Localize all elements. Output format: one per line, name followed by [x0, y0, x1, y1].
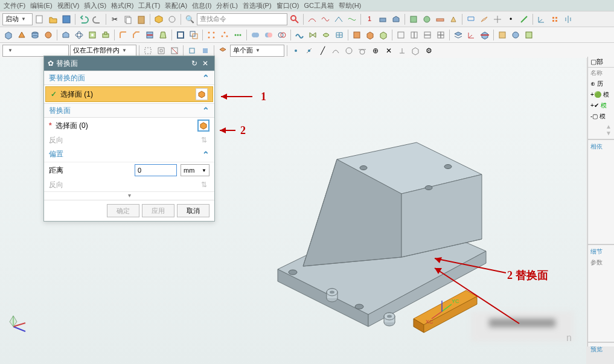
snap-face-icon[interactable] [409, 45, 421, 57]
cut-icon[interactable]: ✂ [109, 13, 121, 25]
menu-help[interactable]: 帮助(H) [339, 1, 361, 10]
select-face-to-replace-row[interactable]: ✓ 选择面 (1) [45, 86, 213, 102]
search-go-icon[interactable] [289, 13, 301, 25]
tree-history-item[interactable]: ⊕ 历 [588, 78, 614, 89]
dialog-reset-icon[interactable]: ↻ [189, 58, 200, 69]
num-icon[interactable]: 1 [363, 13, 376, 25]
intersect-icon[interactable] [276, 29, 288, 41]
array1-icon[interactable] [205, 29, 217, 41]
view3-icon[interactable] [421, 29, 433, 41]
new-icon[interactable] [34, 13, 46, 25]
sel3-icon[interactable] [168, 45, 181, 57]
menu-file[interactable]: 文件(F) [4, 1, 25, 10]
collapse-icon[interactable]: ⌃ [202, 73, 209, 83]
scope-dropdown[interactable]: 仅在工作部件内▼ [70, 45, 136, 57]
snap-conf-icon[interactable]: ⚙ [423, 45, 435, 57]
prim-sphere-icon[interactable] [42, 29, 54, 41]
plane1-icon[interactable] [465, 13, 477, 25]
boss-icon[interactable] [100, 29, 112, 41]
face-select-icon[interactable] [197, 120, 209, 132]
chamfer-icon[interactable] [130, 29, 142, 41]
menu-assembly[interactable]: 装配(A) [165, 1, 187, 10]
open-icon[interactable] [47, 13, 59, 25]
view1-icon[interactable] [395, 29, 407, 41]
menu-info[interactable]: 信息(I) [192, 1, 211, 10]
section-dependency[interactable]: 相依 [588, 141, 614, 152]
mirror-icon[interactable] [562, 13, 574, 25]
shell-icon[interactable] [174, 29, 187, 41]
curve3-icon[interactable] [333, 13, 345, 25]
body2-icon[interactable] [421, 13, 433, 25]
sel2-icon[interactable] [155, 45, 167, 57]
feature1-icon[interactable] [377, 13, 389, 25]
plane2-icon[interactable] [478, 13, 490, 25]
menu-insert[interactable]: 插入(S) [84, 1, 106, 10]
revolve-icon[interactable] [73, 29, 85, 41]
section-faces-to-replace[interactable]: 要替换的面 ⌃ [44, 71, 214, 85]
point-icon[interactable]: • [505, 13, 517, 25]
scrollbar-placeholder[interactable]: ▲▼ [588, 122, 614, 138]
draft-icon[interactable] [157, 29, 169, 41]
section-replacement-face[interactable]: 替换面 ⌃ [44, 103, 214, 118]
menu-gctoolbox[interactable]: GC工具箱 [304, 1, 334, 10]
snap-mid-icon[interactable] [303, 45, 315, 57]
select-replacement-face-row[interactable]: * 选择面 (0) [44, 118, 214, 133]
layer-icon[interactable] [452, 29, 464, 41]
snap-quad-icon[interactable]: ⊕ [369, 45, 382, 57]
ext1-icon[interactable] [496, 29, 508, 41]
view2-icon[interactable] [408, 29, 420, 41]
touch-icon[interactable] [166, 13, 178, 25]
filter2-icon[interactable] [199, 45, 211, 57]
section-preview[interactable]: 预览 [588, 344, 614, 355]
snap-arc-icon[interactable] [330, 45, 342, 57]
menu-edit[interactable]: 编辑(E) [30, 1, 53, 10]
pattern-icon[interactable] [549, 13, 561, 25]
face-rule-dropdown[interactable]: 单个面▼ [230, 45, 284, 57]
launch-dropdown[interactable]: 启动▼ [2, 13, 33, 25]
curve2-icon[interactable] [319, 13, 331, 25]
cube-icon[interactable] [153, 13, 165, 25]
plane3-icon[interactable] [491, 13, 504, 25]
surf1-icon[interactable] [293, 29, 305, 41]
sync2-icon[interactable] [364, 29, 376, 41]
snap-end-icon[interactable] [290, 45, 302, 57]
face-select-icon[interactable] [196, 88, 208, 100]
distance-input[interactable] [135, 164, 177, 176]
prim-cyl-icon[interactable] [29, 29, 41, 41]
ext2-icon[interactable] [510, 29, 522, 41]
surf4-icon[interactable] [333, 29, 345, 41]
right-tab-part[interactable]: ▢ 部 [588, 57, 614, 68]
tree-model-item-2[interactable]: +✔ 模 [588, 100, 614, 111]
extrude-icon[interactable] [60, 29, 72, 41]
menu-preferences[interactable]: 首选项(P) [243, 1, 272, 10]
cancel-button[interactable]: 取消 [177, 204, 209, 217]
sync1-icon[interactable] [351, 29, 363, 41]
prim-block-icon[interactable] [2, 29, 14, 41]
axis-icon[interactable] [518, 13, 530, 25]
subtract-icon[interactable] [263, 29, 275, 41]
body1-icon[interactable] [408, 13, 420, 25]
wcs-icon[interactable] [465, 29, 478, 41]
apply-button[interactable]: 应用 [142, 204, 174, 217]
dialog-expand-handle[interactable]: ▾ [44, 191, 214, 200]
face-filter-icon[interactable] [217, 45, 229, 57]
section-offset[interactable]: 偏置 ⌃ [44, 147, 214, 162]
command-search-input[interactable]: 查找命令 [197, 13, 287, 25]
csys-icon[interactable] [536, 13, 548, 25]
dialog-close-icon[interactable]: ✕ [200, 58, 211, 69]
ok-button[interactable]: 确定 [107, 204, 139, 217]
sel1-icon[interactable] [142, 45, 154, 57]
filter1-icon[interactable] [186, 45, 198, 57]
snap-int-icon[interactable]: ✕ [383, 45, 395, 57]
collapse-icon[interactable]: ⌃ [202, 106, 209, 115]
redo-icon[interactable] [91, 13, 103, 25]
body3-icon[interactable] [434, 13, 446, 25]
section-details[interactable]: 细节 [588, 246, 614, 257]
offset-icon[interactable] [188, 29, 200, 41]
unit-dropdown[interactable]: mm▼ [181, 164, 209, 176]
section-icon[interactable] [479, 29, 491, 41]
selection-filter-dropdown[interactable]: ▼ [2, 45, 69, 57]
menu-window[interactable]: 窗口(O) [277, 1, 299, 10]
ext3-icon[interactable] [523, 29, 535, 41]
snap-line-icon[interactable]: ╱ [316, 45, 328, 57]
